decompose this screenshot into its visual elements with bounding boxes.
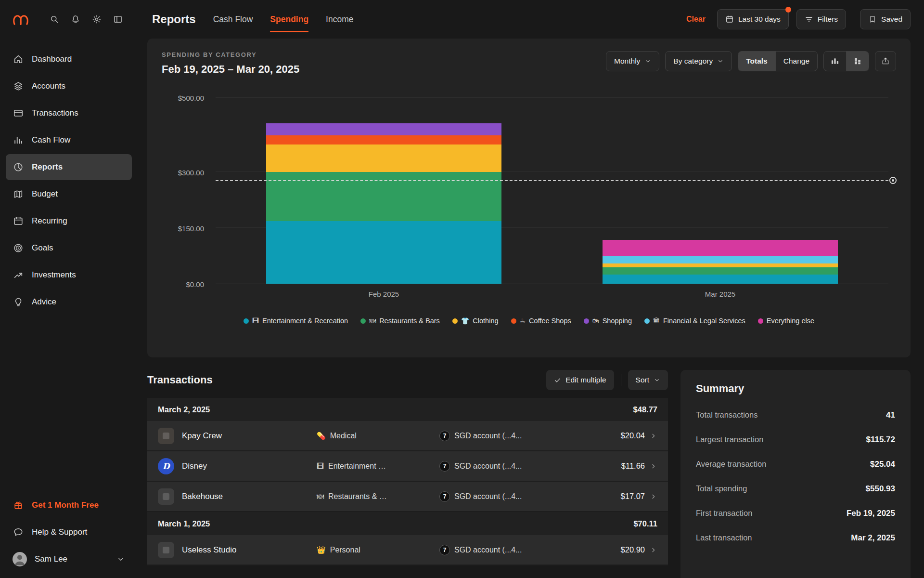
legend-label: Restaurants & Bars	[379, 317, 440, 325]
sidebar-item-label: Budget	[32, 189, 58, 199]
edit-multiple-button[interactable]: Edit multiple	[546, 370, 614, 390]
bar-segment-financial-legal-services[interactable]	[603, 256, 838, 263]
summary-value: $550.93	[866, 484, 895, 494]
totals-toggle[interactable]: Totals	[738, 52, 775, 71]
legend-emoji: 👕	[461, 317, 469, 325]
promo-get-month-free[interactable]: Get 1 Month Free	[6, 492, 132, 518]
sidebar-item-investments[interactable]: Investments	[6, 262, 132, 288]
category-icon: 🍽	[317, 492, 324, 501]
filters-button[interactable]: Filters	[796, 9, 846, 29]
chart-y-axis: $0.00$150.00$300.00$500.00	[162, 98, 216, 284]
summary-rows: Total transactions41Largest transaction$…	[696, 403, 895, 550]
legend-entertainment-recreation[interactable]: 🎞Entertainment & Recreation	[244, 317, 348, 325]
merchant-logo	[158, 488, 174, 505]
legend-color-dot	[511, 318, 516, 324]
grouped-bars-icon[interactable]	[824, 52, 846, 71]
saved-button[interactable]: Saved	[860, 9, 911, 29]
sidebar-item-reports[interactable]: Reports	[6, 154, 132, 180]
help-support[interactable]: Help & Support	[6, 519, 132, 545]
sidebar-item-accounts[interactable]: Accounts	[6, 73, 132, 99]
category-cell[interactable]: 💊Medical	[317, 432, 439, 440]
sidebar-toggle-icon[interactable]	[111, 12, 125, 26]
sidebar-item-recurring[interactable]: Recurring	[6, 208, 132, 234]
category-cell[interactable]: 🍽Restaurants & …	[317, 492, 439, 501]
chevron-right-icon	[645, 493, 657, 500]
group-date: March 1, 2025	[158, 519, 210, 528]
sidebar-item-dashboard[interactable]: Dashboard	[6, 46, 132, 72]
bar-segment-coffee-shops[interactable]	[266, 135, 501, 144]
transactions-icon	[13, 107, 24, 119]
chevron-right-icon	[645, 462, 657, 470]
bar-segment-clothing[interactable]	[266, 144, 501, 172]
export-button[interactable]	[875, 51, 896, 71]
legend-coffee-shops[interactable]: ☕Coffee Shops	[511, 317, 571, 325]
transaction-row[interactable]: DDisney🎞Entertainment …7SGD account (...…	[147, 451, 668, 482]
frequency-dropdown[interactable]: Monthly	[606, 51, 659, 71]
summary-row: Total spending$550.93	[696, 476, 895, 501]
tab-spending[interactable]: Spending	[270, 0, 308, 39]
spending-by-category-card: SPENDING BY CATEGORY Feb 19, 2025 – Mar …	[147, 39, 911, 357]
app-logo-butterfly[interactable]	[12, 12, 30, 27]
settings-gear-icon[interactable]	[90, 12, 104, 26]
bar-segment-clothing[interactable]	[603, 263, 838, 267]
tab-income[interactable]: Income	[326, 0, 353, 39]
legend-clothing[interactable]: 👕Clothing	[452, 317, 499, 325]
groupby-dropdown[interactable]: By category	[665, 51, 732, 71]
transaction-row[interactable]: Kpay Crew💊Medical7SGD account (...4...$2…	[147, 421, 668, 451]
summary-value: $25.04	[870, 460, 895, 469]
gift-icon	[13, 499, 24, 511]
legend-label: Clothing	[473, 317, 498, 325]
summary-label: Average transaction	[696, 460, 766, 469]
legend-restaurants-bars[interactable]: 🍽Restaurants & Bars	[360, 317, 440, 325]
bar-segment-entertainment-recreation[interactable]	[266, 221, 501, 284]
stacked-bars-icon[interactable]	[846, 52, 869, 71]
average-line-marker	[889, 177, 897, 184]
bar-feb-2025	[266, 98, 501, 284]
transactions-section: Transactions Edit multiple Sort March 2,…	[147, 370, 668, 578]
sidebar-item-transactions[interactable]: Transactions	[6, 100, 132, 126]
account-label: SGD account (...4...	[454, 462, 522, 471]
legend-label: Financial & Legal Services	[663, 317, 745, 325]
category-cell[interactable]: 🎞Entertainment …	[317, 462, 439, 471]
account-label: SGD account (...4...	[454, 546, 522, 554]
summary-value: $115.72	[866, 435, 895, 445]
bar-segment-shopping[interactable]	[266, 123, 501, 135]
sidebar-item-goals[interactable]: Goals	[6, 235, 132, 261]
header-divider	[853, 13, 853, 26]
bar-segment-entertainment-recreation[interactable]	[603, 275, 838, 284]
account-cell: 7SGD account (...4...	[439, 545, 582, 555]
transaction-amount: $17.07	[582, 492, 645, 501]
date-range-button[interactable]: Last 30 days	[717, 9, 789, 29]
sort-button[interactable]: Sort	[628, 370, 668, 390]
sidebar-top	[0, 0, 138, 39]
legend-shopping[interactable]: 🛍Shopping	[584, 317, 632, 325]
notifications-bell-icon[interactable]	[68, 12, 83, 26]
transaction-amount: $20.90	[582, 545, 645, 554]
legend-everything-else[interactable]: Everything else	[758, 317, 814, 325]
bar-segment-everything-else[interactable]	[603, 240, 838, 256]
bar-segment-restaurants-bars[interactable]	[266, 172, 501, 221]
clear-button[interactable]: Clear	[686, 15, 706, 24]
merchant-cell: DDisney	[158, 458, 317, 474]
legend-financial-legal-services[interactable]: 🏛Financial & Legal Services	[644, 317, 745, 325]
x-axis-label: Mar 2025	[705, 290, 735, 298]
change-toggle[interactable]: Change	[775, 52, 817, 71]
transaction-row[interactable]: Useless Studio👑Personal7SGD account (...…	[147, 535, 668, 565]
bar-segment-restaurants-bars[interactable]	[603, 267, 838, 275]
category-icon: 🎞	[317, 462, 324, 471]
legend-emoji: ☕	[520, 317, 526, 325]
legend-color-dot	[360, 318, 366, 324]
sidebar-item-advice[interactable]: Advice	[6, 289, 132, 315]
account-cell: 7SGD account (...4...	[439, 491, 582, 502]
user-menu[interactable]: Sam Lee	[6, 546, 132, 572]
search-icon[interactable]	[47, 12, 62, 26]
sidebar-item-label: Cash Flow	[32, 135, 70, 145]
tab-cash-flow[interactable]: Cash Flow	[213, 0, 253, 39]
category-cell[interactable]: 👑Personal	[317, 546, 439, 554]
sidebar-item-budget[interactable]: Budget	[6, 181, 132, 207]
transactions-controls: Edit multiple Sort	[546, 370, 668, 390]
transactions-header: Transactions Edit multiple Sort	[147, 370, 668, 390]
transaction-row[interactable]: Bakehouse🍽Restaurants & …7SGD account (.…	[147, 482, 668, 512]
merchant-name: Useless Studio	[182, 545, 236, 555]
sidebar-item-cash-flow[interactable]: Cash Flow	[6, 127, 132, 153]
